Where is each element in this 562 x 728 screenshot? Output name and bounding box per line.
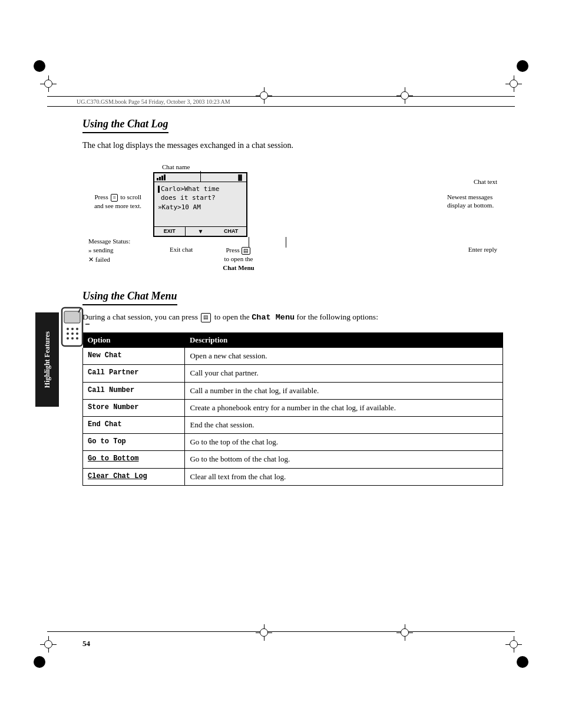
screen-line2: does it start?	[158, 193, 243, 202]
svg-point-5	[67, 332, 69, 335]
phone-screen-mockup: ▐▌ Carlo>What time does it start? »Katy>…	[153, 172, 247, 237]
screen-line3: »Katy>10 AM	[158, 203, 243, 212]
header-file-info: UG.C370.GSM.book Page 54 Friday, October…	[77, 98, 485, 105]
corner-mark-br	[505, 636, 522, 653]
mid-button-screen: ▼	[186, 227, 216, 236]
annot-enter-reply: Enter reply	[468, 246, 497, 253]
scroll-icon: ≡	[111, 194, 117, 202]
description-cell: Go to the bottom of the chat log.	[185, 451, 503, 468]
svg-point-8	[67, 337, 69, 340]
option-cell: Go to Top	[83, 434, 185, 451]
chat-button-screen: CHAT	[216, 227, 246, 236]
screen-content: Carlo>What time does it start? »Katy>10 …	[154, 182, 246, 226]
corner-mark-bl	[40, 636, 57, 653]
msg-status-label: Message Status:	[88, 237, 130, 246]
top-center-mark	[256, 87, 272, 104]
press-label-scroll: Press	[94, 193, 108, 200]
filled-circle-br	[517, 656, 528, 668]
top-right-center-mark	[396, 87, 413, 104]
description-cell: Call your chat partner.	[185, 365, 503, 382]
svg-point-6	[71, 332, 74, 335]
annot-msg-status: Message Status: » sending ✕ failed	[88, 237, 130, 264]
section1-title: Using the Chat Log	[82, 118, 168, 133]
sidebar-label-text: Highlight Features	[43, 331, 52, 388]
option-cell: Call Number	[83, 382, 185, 399]
bottom-right-center-mark	[396, 624, 413, 641]
description-cell: Clear all text from the chat log.	[185, 468, 503, 485]
col-header-option: Option	[83, 332, 185, 348]
table-row: Store NumberCreate a phonebook entry for…	[83, 399, 503, 416]
table-row: End ChatEnd the chat session.	[83, 417, 503, 434]
section2-intro: During a chat session, you can press ▤ t…	[82, 311, 503, 324]
main-content: Using the Chat Log The chat log displays…	[82, 115, 503, 486]
options-table: Option Description New ChatOpen a new ch…	[82, 332, 503, 486]
option-cell: Go to Bottom	[83, 451, 185, 468]
description-cell: Open a new chat session.	[185, 348, 503, 365]
chat-log-diagram: ▐▌ Carlo>What time does it start? »Katy>…	[82, 160, 503, 278]
annot-exit-chat: Exit chat	[170, 246, 193, 253]
description-cell: Create a phonebook entry for a number in…	[185, 399, 503, 416]
svg-point-2	[67, 328, 69, 330]
svg-point-9	[71, 337, 74, 340]
sidebar-phone-icon	[57, 307, 90, 351]
menu-icon: ▤	[242, 247, 250, 255]
header-line-bottom	[47, 106, 515, 107]
table-row: Call PartnerCall your chat partner.	[83, 365, 503, 382]
svg-point-7	[76, 332, 78, 335]
table-row: Go to TopGo to the top of the chat log.	[83, 434, 503, 451]
section1: Using the Chat Log The chat log displays…	[82, 118, 503, 278]
table-row: New ChatOpen a new chat session.	[83, 348, 503, 365]
msg-sending: » sending	[88, 246, 130, 255]
battery-icon: ▐▌	[236, 174, 244, 180]
option-cell: Call Partner	[83, 365, 185, 382]
table-row: Call NumberCall a number in the chat log…	[83, 382, 503, 399]
annot-chat-name: Chat name	[162, 163, 190, 170]
filled-circle-tr	[517, 60, 528, 72]
option-cell: Clear Chat Log	[83, 468, 185, 485]
option-cell: New Chat	[83, 348, 185, 365]
bottom-center-mark	[256, 624, 272, 641]
option-cell: End Chat	[83, 417, 185, 434]
menu-press-icon: ▤	[201, 313, 211, 322]
annot-press-open: Press ▤ to open the Chat Menu	[215, 246, 262, 272]
annot-newest: Newest messages display at bottom.	[447, 193, 500, 210]
description-cell: Go to the top of the chat log.	[185, 434, 503, 451]
screen-buttons: EXIT ▼ CHAT	[154, 226, 246, 236]
annot-chat-text: Chat text	[474, 178, 497, 185]
page-number: 54	[82, 639, 90, 648]
msg-failed: ✕ failed	[88, 255, 130, 264]
section2: Using the Chat Menu During a chat sessio…	[82, 290, 503, 486]
svg-point-10	[76, 337, 78, 340]
section2-title: Using the Chat Menu	[82, 290, 177, 305]
description-cell: Call a number in the chat log, if availa…	[185, 382, 503, 399]
table-row: Clear Chat LogClear all text from the ch…	[83, 468, 503, 485]
screen-line1: Carlo>What time	[161, 185, 219, 193]
option-cell: Store Number	[83, 399, 185, 416]
svg-point-3	[71, 328, 74, 330]
footer-line	[47, 631, 515, 632]
line-enter-reply	[286, 237, 286, 248]
svg-rect-1	[64, 311, 80, 323]
annot-scroll: Press ≡ to scroll and see more text.	[88, 193, 141, 210]
description-cell: End the chat session.	[185, 417, 503, 434]
svg-point-4	[76, 328, 78, 330]
corner-mark-tl	[40, 75, 57, 92]
signal-bars	[157, 174, 166, 180]
filled-circle-tl	[34, 60, 45, 72]
header-line-top	[47, 96, 515, 97]
line-press-open	[249, 237, 249, 248]
filled-circle-bl	[34, 656, 45, 668]
col-header-description: Description	[185, 332, 503, 348]
corner-mark-tr	[505, 75, 522, 92]
annot-chat-name-line	[200, 171, 201, 182]
exit-button-screen: EXIT	[154, 227, 186, 236]
section1-intro: The chat log displays the messages excha…	[82, 139, 503, 151]
sidebar-highlight-features: Highlight Features	[35, 312, 59, 407]
table-row: Go to BottomGo to the bottom of the chat…	[83, 451, 503, 468]
